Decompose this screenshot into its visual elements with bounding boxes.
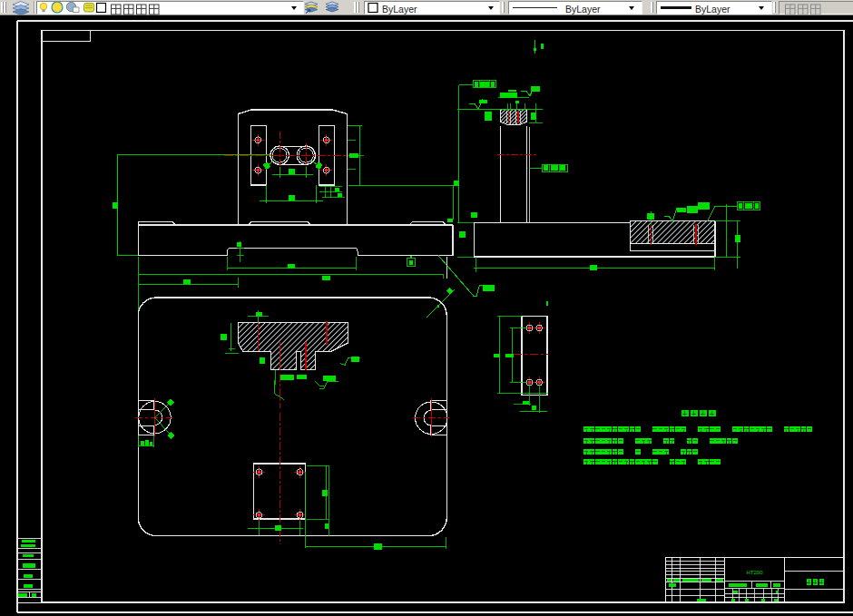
svg-text:HT200: HT200	[746, 570, 763, 575]
